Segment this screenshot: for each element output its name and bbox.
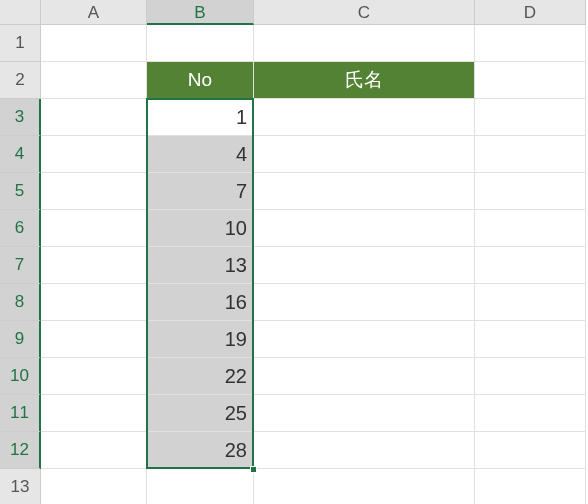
- cell-a3[interactable]: [41, 99, 147, 136]
- row-header-13[interactable]: 13: [0, 469, 41, 504]
- col-header-c[interactable]: C: [254, 0, 475, 25]
- cell-a6[interactable]: [41, 210, 147, 247]
- cell-b12[interactable]: 28: [147, 432, 254, 469]
- cell-d1[interactable]: [475, 25, 586, 62]
- cell-d6[interactable]: [475, 210, 586, 247]
- cell-c11[interactable]: [254, 395, 475, 432]
- cell-b7[interactable]: 13: [147, 247, 254, 284]
- row-header-7[interactable]: 7: [0, 247, 41, 284]
- row-header-4[interactable]: 4: [0, 136, 41, 173]
- cell-d12[interactable]: [475, 432, 586, 469]
- cell-c5[interactable]: [254, 173, 475, 210]
- cell-d11[interactable]: [475, 395, 586, 432]
- cell-a13[interactable]: [41, 469, 147, 504]
- row-header-2[interactable]: 2: [0, 62, 41, 99]
- cell-c7[interactable]: [254, 247, 475, 284]
- cell-b2[interactable]: No: [147, 62, 254, 99]
- cell-a4[interactable]: [41, 136, 147, 173]
- row-header-11[interactable]: 11: [0, 395, 41, 432]
- row-header-5[interactable]: 5: [0, 173, 41, 210]
- cell-c10[interactable]: [254, 358, 475, 395]
- cell-b10[interactable]: 22: [147, 358, 254, 395]
- cell-a8[interactable]: [41, 284, 147, 321]
- row-header-9[interactable]: 9: [0, 321, 41, 358]
- cell-c2[interactable]: 氏名: [254, 62, 475, 99]
- cell-b1[interactable]: [147, 25, 254, 62]
- cell-a12[interactable]: [41, 432, 147, 469]
- cell-b4[interactable]: 4: [147, 136, 254, 173]
- cell-b11[interactable]: 25: [147, 395, 254, 432]
- cell-b6[interactable]: 10: [147, 210, 254, 247]
- col-header-d[interactable]: D: [475, 0, 586, 25]
- cell-c12[interactable]: [254, 432, 475, 469]
- row-header-1[interactable]: 1: [0, 25, 41, 62]
- cell-a10[interactable]: [41, 358, 147, 395]
- row-header-8[interactable]: 8: [0, 284, 41, 321]
- cell-c1[interactable]: [254, 25, 475, 62]
- cell-c6[interactable]: [254, 210, 475, 247]
- cell-d7[interactable]: [475, 247, 586, 284]
- cell-a11[interactable]: [41, 395, 147, 432]
- col-header-b[interactable]: B: [147, 0, 254, 25]
- cell-c3[interactable]: [254, 99, 475, 136]
- cell-a7[interactable]: [41, 247, 147, 284]
- cell-b13[interactable]: [147, 469, 254, 504]
- spreadsheet-grid[interactable]: A B C D 1 2 No 氏名 3 1 4 4 5 7 6 10 7 13 …: [0, 0, 588, 504]
- row-header-12[interactable]: 12: [0, 432, 41, 469]
- cell-c13[interactable]: [254, 469, 475, 504]
- select-all-corner[interactable]: [0, 0, 41, 25]
- cell-d2[interactable]: [475, 62, 586, 99]
- cell-d8[interactable]: [475, 284, 586, 321]
- cell-c9[interactable]: [254, 321, 475, 358]
- cell-d5[interactable]: [475, 173, 586, 210]
- cell-b9[interactable]: 19: [147, 321, 254, 358]
- row-header-10[interactable]: 10: [0, 358, 41, 395]
- cell-d4[interactable]: [475, 136, 586, 173]
- row-header-3[interactable]: 3: [0, 99, 41, 136]
- cell-d3[interactable]: [475, 99, 586, 136]
- cell-a9[interactable]: [41, 321, 147, 358]
- cell-b3[interactable]: 1: [147, 99, 254, 136]
- cell-c4[interactable]: [254, 136, 475, 173]
- cell-a2[interactable]: [41, 62, 147, 99]
- cell-a5[interactable]: [41, 173, 147, 210]
- col-header-a[interactable]: A: [41, 0, 147, 25]
- cell-d13[interactable]: [475, 469, 586, 504]
- cell-b8[interactable]: 16: [147, 284, 254, 321]
- cell-b5[interactable]: 7: [147, 173, 254, 210]
- cell-d9[interactable]: [475, 321, 586, 358]
- cell-d10[interactable]: [475, 358, 586, 395]
- cell-c8[interactable]: [254, 284, 475, 321]
- row-header-6[interactable]: 6: [0, 210, 41, 247]
- cell-a1[interactable]: [41, 25, 147, 62]
